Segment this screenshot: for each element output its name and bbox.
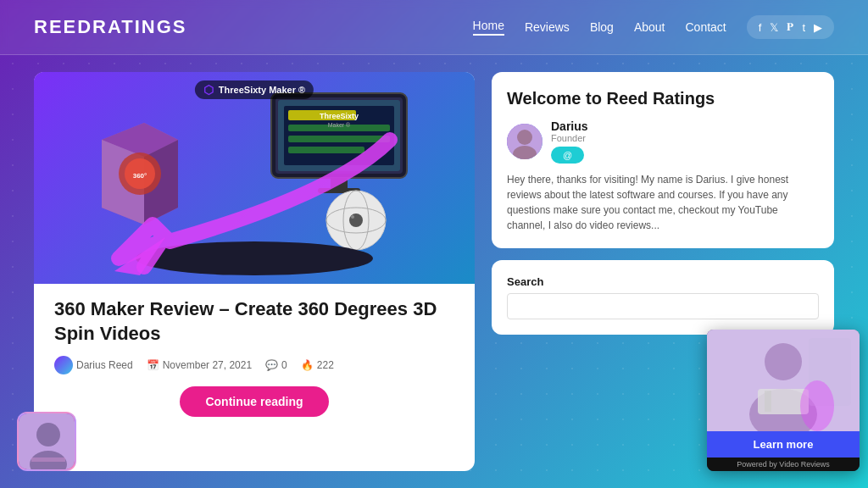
svg-point-38 (800, 380, 834, 431)
author-role: Founder (551, 133, 588, 143)
author-avatar-small (54, 356, 73, 374)
comment-icon: 💬 (265, 359, 278, 371)
welcome-title: Welcome to Reed Ratings (507, 87, 819, 109)
nav-about[interactable]: About (634, 20, 665, 34)
continue-reading-button[interactable]: Continue reading (180, 386, 328, 417)
author-row: Darius Founder @ (507, 119, 819, 164)
platform-base (136, 241, 373, 275)
svg-point-33 (765, 343, 802, 380)
search-card: Search (492, 260, 834, 335)
article-card: ThreeSixty Maker ® 360° (34, 72, 475, 471)
facebook-icon[interactable]: f (759, 21, 762, 34)
powered-by-label: Powered by Video Reviews (707, 458, 860, 471)
video-popup-content (707, 330, 860, 431)
nav-home[interactable]: Home (473, 19, 504, 36)
svg-point-26 (517, 130, 532, 145)
svg-point-22 (349, 214, 363, 227)
search-label: Search (507, 275, 819, 288)
video-person-image (707, 330, 860, 431)
svg-text:ThreeSixty: ThreeSixty (320, 112, 359, 120)
monitor-icon: ThreeSixty Maker ® (254, 85, 424, 203)
learn-more-button[interactable]: Learn more (707, 431, 860, 458)
article-title: 360 Maker Review – Create 360 Degrees 3D… (54, 297, 454, 346)
site-logo: ReedRatings (34, 16, 187, 38)
comment-count: 0 (281, 359, 287, 371)
comments-meta: 💬 0 (265, 359, 287, 371)
welcome-card: Welcome to Reed Ratings Darius Founder @… (492, 72, 834, 248)
product-box-icon: 360° (85, 97, 186, 233)
article-body: 360 Maker Review – Create 360 Degrees 3D… (34, 284, 475, 430)
view-count: 222 (317, 359, 334, 371)
fire-icon: 🔥 (301, 359, 314, 371)
video-person-display (707, 330, 860, 431)
date-meta: 📅 November 27, 2021 (147, 359, 252, 371)
svg-rect-6 (288, 136, 390, 142)
nav-contact[interactable]: Contact (686, 20, 726, 34)
product-display: ThreeSixty Maker ® 360° (34, 72, 475, 284)
floating-avatar (17, 412, 76, 471)
follow-button[interactable]: @ (551, 147, 584, 164)
svg-point-29 (36, 423, 60, 446)
twitter-icon[interactable]: 𝕏 (770, 21, 778, 34)
svg-rect-31 (31, 458, 65, 462)
author-avatar (507, 124, 542, 159)
author-meta: Darius Reed (54, 356, 133, 374)
search-input[interactable] (507, 293, 819, 319)
author-info: Darius Founder @ (551, 119, 588, 164)
views-meta: 🔥 222 (301, 359, 334, 371)
author-display-name: Darius (551, 119, 588, 133)
article-hero-image: ThreeSixty Maker ® 360° (34, 72, 475, 284)
main-nav: Home Reviews Blog About Contact f 𝕏 𝐏 t … (473, 15, 834, 39)
avatar-image (507, 124, 542, 159)
article-date: November 27, 2021 (163, 359, 252, 371)
svg-rect-36 (765, 391, 771, 412)
nav-reviews[interactable]: Reviews (525, 20, 570, 34)
pinterest-icon[interactable]: 𝐏 (787, 20, 793, 34)
svg-text:360°: 360° (133, 172, 147, 180)
camera-ball-icon (322, 186, 390, 254)
svg-rect-7 (288, 147, 364, 153)
article-meta: Darius Reed 📅 November 27, 2021 💬 0 🔥 22… (54, 356, 454, 374)
site-header: ReedRatings Home Reviews Blog About Cont… (0, 0, 868, 55)
video-popup: Learn more Powered by Video Reviews (707, 330, 860, 471)
calendar-icon: 📅 (147, 359, 159, 371)
social-bar: f 𝕏 𝐏 t ▶ (747, 15, 834, 39)
svg-text:Maker ®: Maker ® (328, 122, 351, 128)
nav-blog[interactable]: Blog (590, 20, 614, 34)
youtube-icon[interactable]: ▶ (814, 21, 822, 34)
product-label: ⬡ ThreeSixty Maker ® (195, 80, 314, 99)
svg-point-23 (351, 215, 354, 219)
tumblr-icon[interactable]: t (802, 21, 805, 34)
floating-avatar-image (19, 413, 76, 471)
author-name: Darius Reed (76, 359, 133, 371)
welcome-description: Hey there, thanks for visiting! My name … (507, 172, 819, 233)
